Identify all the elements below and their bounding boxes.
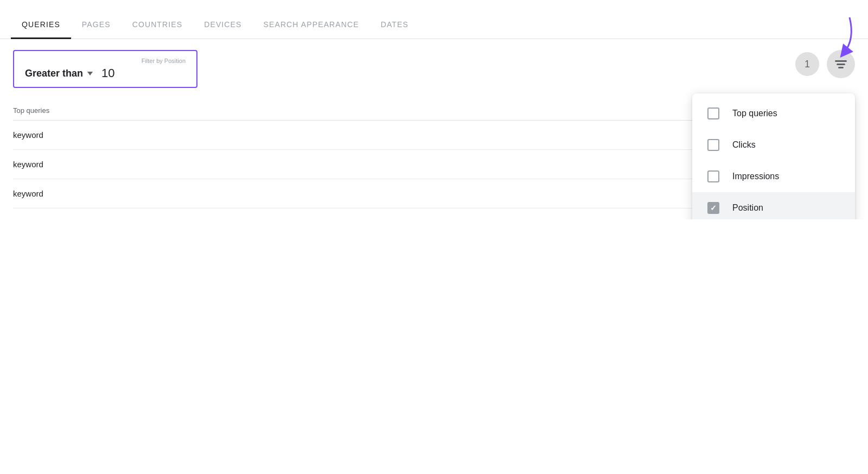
tab-devices[interactable]: DEVICES: [193, 20, 252, 39]
checkbox-top-queries: [707, 108, 719, 119]
filter-label: Filter by Position: [25, 58, 186, 64]
menu-label-impressions: Impressions: [732, 172, 779, 181]
filter-box[interactable]: Filter by Position Greater than 10: [13, 50, 197, 88]
menu-item-position[interactable]: ✓ Position: [692, 192, 855, 219]
tabs-bar: QUERIES PAGES COUNTRIES DEVICES SEARCH A…: [0, 0, 868, 39]
tab-dates[interactable]: DATES: [370, 20, 419, 39]
checkmark-icon: ✓: [710, 204, 717, 212]
checkbox-impressions: [707, 170, 719, 182]
menu-item-clicks[interactable]: Clicks: [692, 129, 855, 161]
dropdown-arrow-icon: [87, 72, 93, 75]
cell-query-3: keyword: [13, 189, 638, 198]
col-header-query: Top queries: [13, 106, 703, 115]
tab-search-appearance[interactable]: SEARCH APPEARANCE: [253, 20, 370, 39]
menu-label-top-queries: Top queries: [732, 109, 777, 118]
filter-operator-dropdown[interactable]: Greater than: [25, 68, 93, 79]
menu-label-position: Position: [732, 203, 763, 213]
cell-query-1: keyword: [13, 130, 703, 140]
menu-item-top-queries[interactable]: Top queries: [692, 98, 855, 129]
checkbox-clicks: [707, 139, 719, 151]
filter-operator-text: Greater than: [25, 68, 83, 79]
menu-label-clicks: Clicks: [732, 140, 756, 150]
filter-row: Filter by Position Greater than 10: [13, 50, 855, 88]
checkbox-position: ✓: [707, 202, 719, 214]
tab-queries[interactable]: QUERIES: [11, 20, 71, 39]
menu-item-impressions[interactable]: Impressions: [692, 161, 855, 192]
tab-countries[interactable]: COUNTRIES: [122, 20, 194, 39]
purple-arrow-annotation: [812, 12, 860, 61]
tab-pages[interactable]: PAGES: [71, 20, 122, 39]
cell-query-2: keyword: [13, 160, 638, 169]
main-area: Filter by Position Greater than 10 1: [0, 39, 868, 219]
dropdown-menu: Top queries Clicks Impressions ✓ Positio…: [692, 93, 855, 219]
filter-value[interactable]: 10: [101, 66, 114, 80]
filter-icon-bar2: [837, 64, 845, 65]
filter-icon-bar3: [838, 67, 844, 68]
filter-controls: Greater than 10: [25, 66, 186, 80]
